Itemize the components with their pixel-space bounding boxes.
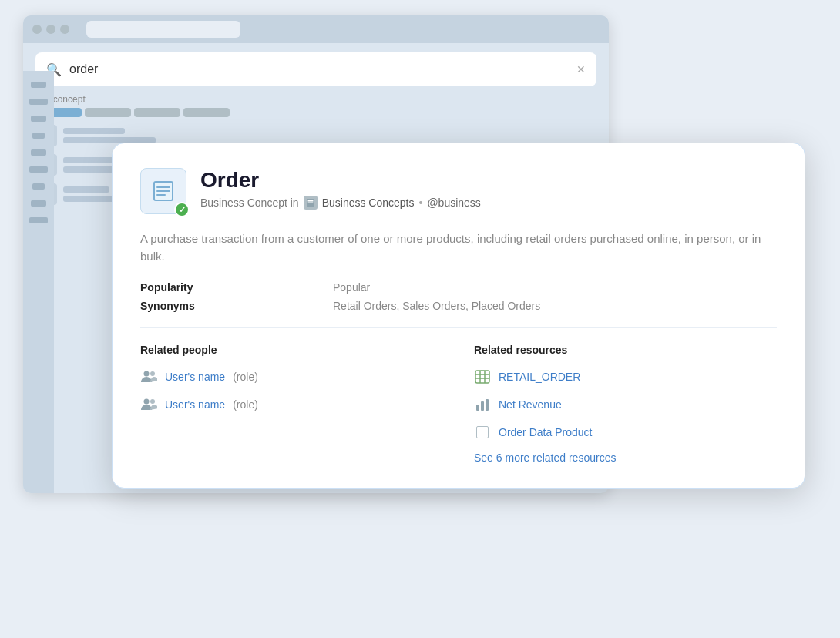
bar-chart-svg [475,397,490,412]
bg-sidebar-item [32,183,45,190]
bg-sidebar-item [31,149,46,156]
resource-retail-order-link[interactable]: RETAIL_ORDER [499,371,580,383]
person-2-role: (role) [233,398,258,411]
people-svg-1 [140,368,157,385]
property-row-popularity: Popularity Popular [140,281,777,294]
table-svg [475,369,490,384]
meta-catalog-name: Business Concepts [322,196,415,209]
related-resources-list: RETAIL_ORDER Net Revenue [474,368,777,441]
window-dot-red [32,25,42,34]
svg-point-10 [150,399,155,404]
bg-tabs [35,108,596,117]
bg-row-content [63,128,156,143]
svg-point-8 [150,371,155,376]
bg-sidebar-item [31,116,46,122]
svg-rect-16 [476,405,479,411]
window-dot-green [60,25,69,34]
property-value-synonyms: Retail Orders, Sales Orders, Placed Orde… [333,300,540,312]
bg-sidebar-item [31,200,46,207]
related-resources-title: Related resources [474,344,777,356]
person-1-name[interactable]: User's name [165,371,225,383]
window-dot-yellow [46,25,55,34]
bg-row-line [63,186,109,193]
meta-dot: • [418,196,422,209]
related-resources-col: Related resources RETAIL_ORDER [474,344,777,465]
resource-order-data-product-link[interactable]: Order Data Product [499,426,592,438]
related-people-col: Related people User's name (role) [140,344,474,465]
svg-rect-11 [475,371,489,383]
meta-tag: @business [427,196,480,209]
bg-sidebar [23,71,54,493]
catalog-icon [304,196,318,210]
person-2-name[interactable]: User's name [165,398,225,411]
svg-rect-6 [307,203,313,204]
svg-point-9 [144,398,150,404]
related-person-1: User's name (role) [140,368,443,385]
meta-type-text: Business Concept in [200,196,299,209]
bg-search-clear: ✕ [576,63,586,76]
browser-titlebar [23,15,609,43]
resource-retail-order: RETAIL_ORDER [474,368,777,385]
svg-rect-5 [307,200,313,202]
bg-sidebar-item [29,99,48,105]
bg-search-text: order [69,62,98,76]
detail-title: Order [200,168,481,193]
bg-sidebar-item [29,166,48,173]
see-more-resources-link[interactable]: See 6 more related resources [474,452,616,464]
table-icon [474,368,491,385]
detail-panel: Order Business Concept in Business Conce… [112,143,805,489]
detail-properties: Popularity Popular Synonyms Retail Order… [140,281,777,312]
bg-tab-tables [85,108,131,117]
bg-sidebar-item [32,133,45,139]
bg-sidebar-item [29,217,48,223]
property-value-popularity: Popular [333,281,370,294]
bg-tab-dashboards [134,108,180,117]
person-icon-1 [140,368,157,385]
property-row-synonyms: Synonyms Retail Orders, Sales Orders, Pl… [140,300,777,312]
resource-net-revenue-link[interactable]: Net Revenue [499,398,562,411]
property-label-popularity: Popularity [140,281,333,294]
resource-net-revenue: Net Revenue [474,396,777,413]
property-label-synonyms: Synonyms [140,300,333,312]
box-icon [474,424,491,441]
related-people-title: Related people [140,344,443,356]
catalog-svg [306,198,315,207]
svg-rect-17 [481,401,484,411]
bg-top-concept-label: Top concept [35,94,596,105]
detail-meta: Business Concept in Business Concepts • … [200,196,481,210]
related-person-2: User's name (role) [140,396,443,413]
resource-order-data-product: Order Data Product [474,424,777,441]
concept-icon-svg [151,179,176,203]
svg-point-7 [144,371,150,376]
related-sections: Related people User's name (role) [140,344,777,465]
bg-search-bar: 🔍 order ✕ [35,52,596,86]
related-people-list: User's name (role) User's name (role) [140,368,443,413]
detail-divider [140,327,777,328]
bg-sidebar-item [31,82,46,88]
detail-title-area: Order Business Concept in Business Conce… [200,168,481,210]
svg-rect-18 [486,399,489,411]
people-svg-2 [140,396,157,413]
browser-address-bar [86,21,240,38]
bg-tab-metrics [183,108,230,117]
bar-chart-icon [474,396,491,413]
detail-header: Order Business Concept in Business Conce… [140,168,777,214]
box-shape [476,426,489,438]
verified-badge [174,202,190,217]
detail-icon-wrap [140,168,186,214]
person-1-role: (role) [233,371,258,383]
person-icon-2 [140,396,157,413]
detail-description: A purchase transaction from a customer o… [140,230,777,266]
bg-row-line [63,128,125,134]
